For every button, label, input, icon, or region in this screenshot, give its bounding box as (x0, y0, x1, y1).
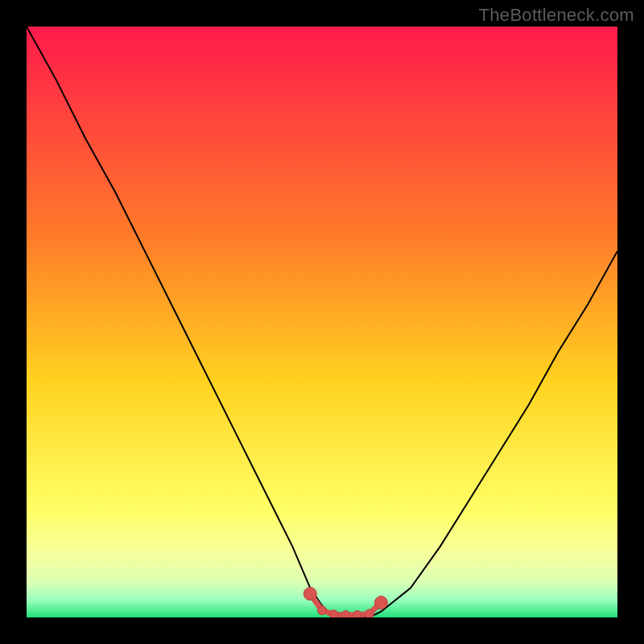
watermark-text: TheBottleneck.com (479, 5, 634, 26)
optimal-marker (329, 610, 338, 617)
gradient-background (27, 27, 617, 617)
chart-frame: TheBottleneck.com (0, 0, 644, 644)
optimal-marker (318, 606, 327, 615)
optimal-marker (303, 588, 316, 601)
bottleneck-chart (27, 27, 617, 617)
optimal-marker (374, 597, 387, 609)
optimal-marker (365, 609, 374, 617)
optimal-marker (353, 611, 362, 617)
optimal-marker (341, 611, 350, 617)
